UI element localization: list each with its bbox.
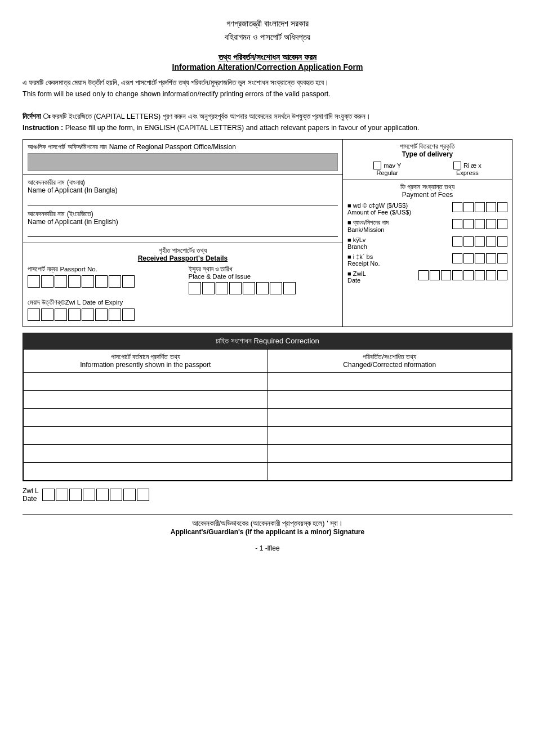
issue-place-boxes [189,282,338,294]
bank-box-1[interactable] [452,219,462,229]
payment-title: ফি প্রদান সংক্রান্ত তথ্য Payment of Fees [347,184,507,199]
issue-box-2[interactable] [202,282,215,294]
expiry-box-2[interactable] [41,308,54,321]
applicant-block: আবেদনকারীর নাম (বাংলায়) Name of Applica… [23,175,342,243]
issue-box-4[interactable] [229,282,242,294]
date-box-1[interactable] [42,489,55,501]
current-info-4[interactable] [24,427,268,445]
passport-box-6[interactable] [95,275,108,288]
receipt-boxes [452,253,507,263]
table-row [24,391,512,409]
passport-box-5[interactable] [82,275,94,288]
issue-box-8[interactable] [283,282,296,294]
correction-table: পাসপোর্টে বর্তমানে প্রদর্শিত তথ্য Inform… [23,349,512,481]
corrected-info-5[interactable] [268,445,512,463]
correction-section: চাহিত সংশোধন Required Correction পাসপোর্… [23,333,512,481]
payment-date-box-2[interactable] [430,270,440,280]
expiry-box-5[interactable] [82,308,94,321]
receipt-box-2[interactable] [463,253,474,263]
expiry-bengali: মেয়াদ উত্তীণর্©Zwi L [28,299,81,306]
corrected-info-3[interactable] [268,409,512,427]
applicant-bengali-label2: Name of Applicant (In Bangla) [28,186,338,194]
issue-box-3[interactable] [216,282,228,294]
receipt-box-1[interactable] [452,253,462,263]
amount-box-5[interactable] [497,202,507,212]
amount-box-2[interactable] [463,202,474,212]
branch-box-3[interactable] [475,236,485,247]
date-box-2[interactable] [56,489,68,501]
left-section: আঞ্চলিক পাসপোর্ট অফিস/মিশনের নাম Name of… [23,140,343,326]
issue-place-label: ইস্যুর স্থান ও তারিখ Place & Date of Iss… [189,266,338,280]
passport-no-bengali: পাসপোর্ট নম্বর [28,266,58,272]
corrected-info-6[interactable] [268,463,512,481]
date-box-4[interactable] [83,489,95,501]
amount-box-1[interactable] [452,202,462,212]
amount-fee-boxes [452,202,507,212]
expiry-box-8[interactable] [122,308,135,321]
issue-place-bengali: ইস্যুর স্থান ও তারিখ [189,266,233,272]
branch-box-4[interactable] [486,236,496,247]
applicant-name-english-input[interactable] [28,227,338,237]
passport-box-8[interactable] [122,275,135,288]
date-box-7[interactable] [123,489,136,501]
expiry-box-1[interactable] [28,308,40,321]
table-row [24,373,512,391]
passport-box-7[interactable] [109,275,121,288]
page-footer: - 1 -lflee [23,544,512,552]
passport-box-4[interactable] [68,275,81,288]
signature-bengali: আবেদনকারী/অভিভাবকের (আবেদনকারী প্রাপ্তবয… [23,519,512,528]
bank-box-4[interactable] [486,219,496,229]
issue-box-1[interactable] [189,282,201,294]
payment-date-box-7[interactable] [486,270,496,280]
passport-box-3[interactable] [55,275,67,288]
corrected-info-2[interactable] [268,391,512,409]
date-box-6[interactable] [110,489,122,501]
table-row [24,463,512,481]
bank-box-5[interactable] [497,219,507,229]
current-info-2[interactable] [24,391,268,409]
bank-box-2[interactable] [463,219,474,229]
issue-box-7[interactable] [270,282,282,294]
payment-date-box-6[interactable] [475,270,485,280]
current-info-3[interactable] [24,409,268,427]
applicant-name-bangla-input[interactable] [28,195,338,205]
receipt-box-3[interactable] [475,253,485,263]
branch-box-2[interactable] [463,236,474,247]
payment-date-box-4[interactable] [452,270,462,280]
instruction-english-text: This form will be used only to change sh… [23,90,331,98]
current-info-5[interactable] [24,445,268,463]
branch-box-1[interactable] [452,236,462,247]
expiry-box-3[interactable] [55,308,67,321]
amount-box-4[interactable] [486,202,496,212]
current-info-1[interactable] [24,373,268,391]
branch-box-5[interactable] [497,236,507,247]
date-box-5[interactable] [96,489,109,501]
office-name-input[interactable] [28,153,338,171]
express-checkbox[interactable] [453,162,461,169]
issue-box-5[interactable] [243,282,255,294]
payment-date-box-1[interactable] [418,270,429,280]
expiry-box-4[interactable] [68,308,81,321]
office-name-block: আঞ্চলিক পাসপোর্ট অফিস/মিশনের নাম Name of… [23,140,342,175]
receipt-label-bengali: ■ i ‡k` bs [347,253,450,260]
payment-date-box-3[interactable] [441,270,451,280]
expiry-box-6[interactable] [95,308,108,321]
passport-no-row: পাসপোর্ট নম্বর Passport No. [28,266,338,294]
issue-box-6[interactable] [256,282,269,294]
receipt-box-4[interactable] [486,253,496,263]
corrected-info-1[interactable] [268,373,512,391]
passport-box-1[interactable] [28,275,40,288]
payment-date-box-5[interactable] [463,270,474,280]
passport-box-2[interactable] [41,275,54,288]
date-box-3[interactable] [69,489,82,501]
bank-box-3[interactable] [475,219,485,229]
current-info-6[interactable] [24,463,268,481]
date-box-8[interactable] [137,489,149,501]
expiry-box-7[interactable] [109,308,121,321]
corrected-info-4[interactable] [268,427,512,445]
receipt-box-5[interactable] [497,253,507,263]
regular-checkbox[interactable] [373,162,381,169]
amount-box-3[interactable] [475,202,485,212]
applicant-name-bengali-row: আবেদনকারীর নাম (বাংলায়) Name of Applica… [28,178,338,205]
payment-date-box-8[interactable] [497,270,507,280]
